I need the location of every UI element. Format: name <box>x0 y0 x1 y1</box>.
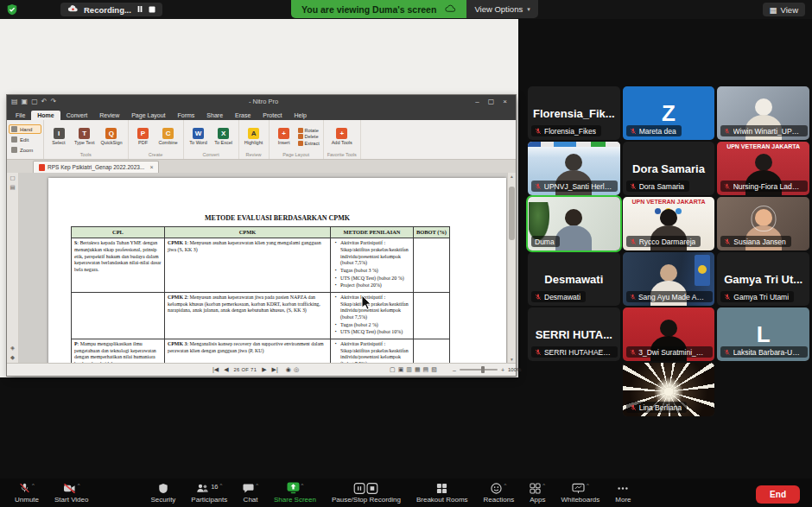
zoom-in-button[interactable]: + <box>501 367 504 373</box>
select-button[interactable]: ISelect <box>48 127 70 146</box>
quicksign-button[interactable]: QQuickSign <box>98 127 124 146</box>
participant-tile-susiana-jansen[interactable]: Susiana Jansen <box>717 197 809 250</box>
scrollbar-thumb[interactable] <box>509 187 515 240</box>
tool-zoom[interactable]: Zoom <box>9 145 41 155</box>
participant-tile-serri-hutahaean[interactable]: SERRI HUTA...SERRI HUTAHAEAN <box>528 307 620 361</box>
to-excel-button[interactable]: XTo Excel <box>213 127 235 146</box>
view-options-button[interactable]: View Options ▾ <box>466 0 537 18</box>
menu-tab-share[interactable]: Share <box>200 111 229 120</box>
continuous-view-icon[interactable]: ▣ <box>398 366 404 373</box>
unmute-button[interactable]: ^Unmute <box>7 478 47 507</box>
save-icon[interactable]: ▣ <box>22 98 29 105</box>
more-button[interactable]: More <box>607 478 638 507</box>
menu-tab-erase[interactable]: Erase <box>229 111 257 120</box>
type-text-button[interactable]: TType Text <box>73 127 96 146</box>
bookmarks-panel-icon[interactable]: ▤ <box>10 185 15 191</box>
undo-icon[interactable]: ↶ <box>41 98 48 105</box>
to-word-button[interactable]: WTo Word <box>187 127 210 146</box>
tab-close-icon[interactable]: × <box>149 164 153 170</box>
pdf-button[interactable]: PPDF <box>132 127 155 146</box>
stop-recording-icon[interactable] <box>149 5 155 15</box>
reactions-button[interactable]: ^Reactions <box>476 478 523 507</box>
menu-tab-review[interactable]: Review <box>93 111 125 120</box>
participant-tile-florensia-fikes[interactable]: Florensia_Fik...Florensia_Fikes <box>528 86 620 140</box>
end-meeting-button[interactable]: End <box>756 485 800 504</box>
view-button[interactable]: ▦ View <box>763 3 805 16</box>
participant-name: 3_Dwi Suratmini_UP... <box>638 348 707 357</box>
participant-tile-lina-berliana[interactable]: Lina Berliana <box>623 363 715 416</box>
scroll-up-icon[interactable]: ▴ <box>508 174 516 179</box>
chat-button[interactable]: ^Chat <box>235 478 266 507</box>
share-screen-button[interactable]: ^Share Screen <box>266 478 324 507</box>
tool-hand[interactable]: Hand <box>9 124 41 134</box>
vertical-scrollbar[interactable]: ▴ ▾ <box>507 173 516 363</box>
close-button[interactable]: × <box>498 98 511 105</box>
menu-tab-home[interactable]: Home <box>31 111 60 120</box>
next-page-button[interactable]: ▶ <box>262 366 266 373</box>
participants-button[interactable]: 16^Participants <box>183 478 235 507</box>
apps-button[interactable]: ^Apps <box>522 478 553 507</box>
rotate-view-icon[interactable]: ◉ <box>286 366 291 372</box>
attachments-panel-icon[interactable]: ◈ <box>10 345 15 352</box>
menu-tab-file[interactable]: File <box>10 111 31 120</box>
nitro-window-controls: –▢× <box>471 98 511 105</box>
single-page-view-icon[interactable]: ▢ <box>390 366 396 373</box>
participant-tile-duma[interactable]: Duma <box>528 197 620 250</box>
apps-icon <box>530 483 541 494</box>
start-video-button[interactable]: ^Start Video <box>47 478 96 507</box>
scroll-down-icon[interactable]: ▾ <box>508 357 516 362</box>
extract-button[interactable]: Extract <box>298 141 320 146</box>
participant-tile-upnvj-santi-herlina[interactable]: UPNVJ_Santi Herlina <box>528 142 620 195</box>
delete-button[interactable]: Delete <box>298 134 320 139</box>
open-icon[interactable]: ▤ <box>11 98 18 105</box>
participant-tile-dora-samaria[interactable]: Dora SamariaDora Samaria <box>623 142 715 195</box>
participant-tile-sang-ayu-made-adyani[interactable]: Sang Ayu Made Adyani <box>623 252 715 306</box>
fit-width-icon[interactable]: ▤ <box>423 366 429 373</box>
pause-recording-icon[interactable] <box>136 5 143 15</box>
whiteboards-button[interactable]: ^Whiteboards <box>553 478 607 507</box>
menu-tab-forms[interactable]: Forms <box>172 111 201 120</box>
rotate-button[interactable]: Rotate <box>298 128 320 133</box>
menu-tab-protect[interactable]: Protect <box>257 111 288 120</box>
participant-name: Laksita Barbara-UPN... <box>733 348 802 357</box>
insert-button[interactable]: +Insert <box>273 127 295 146</box>
participant-tile-mareta-dea[interactable]: ZMareta dea <box>623 86 715 140</box>
fit-page-icon[interactable]: ▧ <box>431 366 437 373</box>
menu-tab-page-layout[interactable]: Page Layout <box>125 111 171 120</box>
zoom-slider-thumb[interactable] <box>481 366 485 373</box>
participant-tile-laksita-barbara-upn[interactable]: LLaksita Barbara-UPN... <box>717 307 809 361</box>
security-button[interactable]: Security <box>143 478 183 507</box>
grid-view-icon[interactable]: ▦ <box>415 366 421 373</box>
redo-icon[interactable]: ↷ <box>50 98 56 105</box>
document-tab[interactable]: RPS Kep Psikiatri_Genap 2022.2023... × <box>33 161 159 173</box>
participant-tile-gamya-tri-utami[interactable]: Gamya Tri Ut...Gamya Tri Utami <box>717 252 809 306</box>
menu-tab-convert[interactable]: Convert <box>60 111 94 120</box>
snapshot-icon[interactable]: ◎ <box>294 366 299 372</box>
pages-panel-icon[interactable]: ▢ <box>10 175 15 181</box>
minimize-button[interactable]: – <box>471 98 484 105</box>
menu-tab-help[interactable]: Help <box>289 111 313 120</box>
participant-tile-desmawati[interactable]: DesmawatiDesmawati <box>528 252 620 306</box>
face-shield <box>751 206 776 231</box>
facing-pages-view-icon[interactable]: ▥ <box>406 366 412 373</box>
previous-page-button[interactable]: ◀ <box>224 366 228 373</box>
first-page-button[interactable]: |◀ <box>213 366 219 373</box>
combine-button[interactable]: CCombine <box>157 127 180 146</box>
restore-button[interactable]: ▢ <box>485 98 498 105</box>
participant-tile-nursing-fiora-ladesv[interactable]: UPN VETERAN JAKARTANursing-Fiora Ladesv.… <box>717 142 809 195</box>
document-canvas[interactable]: METODE EVALUASI BERDASARKAN CPMK CPLCPMK… <box>19 173 516 363</box>
zoom-out-button[interactable]: – <box>453 367 456 373</box>
meeting-security-shield-icon[interactable] <box>6 3 18 19</box>
comments-panel-icon[interactable]: ◆ <box>10 355 15 361</box>
add-tools-button[interactable]: +Add Tools <box>330 127 354 146</box>
participant-tile-wiwin-winarti-upn-v[interactable]: Wiwin Winarti_UPN V... <box>717 86 809 140</box>
highlight-button[interactable]: AHighlight <box>243 127 265 146</box>
pause-stop-recording-button[interactable]: Pause/Stop Recording <box>324 478 409 507</box>
zoom-slider[interactable] <box>460 369 498 371</box>
tool-edit[interactable]: Edit <box>9 135 41 144</box>
breakout-rooms-button[interactable]: Breakout Rooms <box>409 478 476 507</box>
print-icon[interactable]: ▢ <box>31 98 38 105</box>
participant-tile-rycco-darmareja[interactable]: UPN VETERAN JAKARTARycco Darmareja <box>623 197 715 250</box>
participant-tile-3-dwi-suratmini-up[interactable]: 3_Dwi Suratmini_UP... <box>623 307 715 361</box>
last-page-button[interactable]: ▶| <box>272 366 278 373</box>
